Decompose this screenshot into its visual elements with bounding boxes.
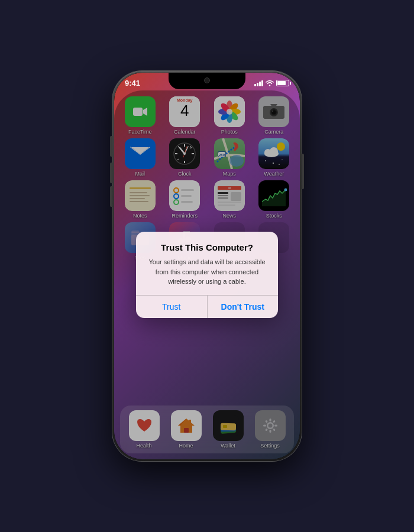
trust-button[interactable]: Trust — [136, 296, 208, 318]
battery-fill — [277, 81, 286, 85]
notch — [169, 73, 245, 89]
dont-trust-button[interactable]: Don't Trust — [208, 296, 279, 318]
home-screen: FaceTime Monday 4 Calendar — [114, 90, 300, 459]
trust-computer-dialog: Trust This Computer? Your settings and d… — [136, 232, 278, 318]
alert-buttons: Trust Don't Trust — [136, 295, 278, 318]
alert-content: Trust This Computer? Your settings and d… — [136, 232, 278, 295]
camera-dot — [204, 77, 210, 83]
status-time: 9:41 — [125, 79, 140, 87]
svg-point-0 — [269, 85, 270, 86]
alert-title: Trust This Computer? — [145, 242, 269, 252]
phone-inner: 9:41 — [114, 73, 300, 459]
wifi-icon — [266, 80, 274, 86]
phone-frame: 9:41 — [112, 71, 302, 461]
alert-message: Your settings and data will be accessibl… — [145, 257, 269, 287]
signal-icon — [254, 80, 263, 86]
alert-overlay: Trust This Computer? Your settings and d… — [114, 90, 300, 459]
screen: 9:41 — [114, 73, 300, 459]
battery-icon — [276, 80, 289, 86]
status-icons — [254, 80, 289, 86]
